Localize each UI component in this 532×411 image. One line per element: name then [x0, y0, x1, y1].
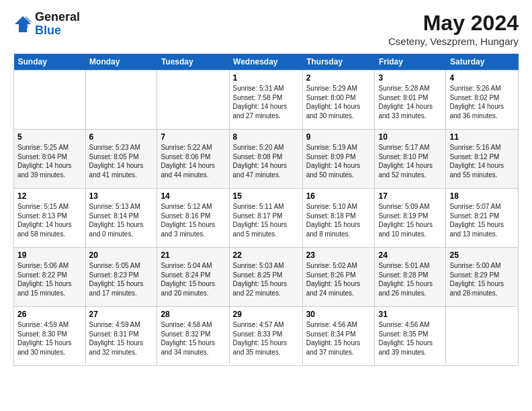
day-number: 6 [89, 132, 154, 142]
day-info: Sunrise: 5:13 AMSunset: 8:14 PMDaylight:… [89, 202, 154, 238]
day-number: 8 [233, 132, 299, 142]
calendar-cell: 23 Sunrise: 5:02 AMSunset: 8:26 PMDaylig… [302, 248, 375, 307]
day-info: Sunrise: 4:56 AMSunset: 8:34 PMDaylight:… [306, 320, 371, 357]
day-number: 28 [161, 310, 225, 319]
calendar-cell [157, 71, 229, 130]
calendar-cell: 14 Sunrise: 5:12 AMSunset: 8:16 PMDaylig… [157, 189, 229, 248]
calendar-cell: 20 Sunrise: 5:05 AMSunset: 8:23 PMDaylig… [85, 248, 157, 307]
day-number: 27 [89, 310, 154, 319]
day-info: Sunrise: 5:04 AMSunset: 8:24 PMDaylight:… [161, 261, 225, 298]
calendar-cell: 29 Sunrise: 4:57 AMSunset: 8:33 PMDaylig… [229, 307, 302, 366]
logo-text: General Blue [35, 11, 80, 38]
day-info: Sunrise: 4:58 AMSunset: 8:32 PMDaylight:… [161, 320, 225, 357]
calendar-cell: 28 Sunrise: 4:58 AMSunset: 8:32 PMDaylig… [157, 307, 229, 366]
weekday-header-friday: Friday [375, 54, 446, 71]
day-number: 26 [17, 310, 82, 319]
day-info: Sunrise: 5:16 AMSunset: 8:12 PMDaylight:… [449, 143, 515, 179]
calendar-cell: 31 Sunrise: 4:56 AMSunset: 8:35 PMDaylig… [375, 307, 446, 366]
logo: General Blue [13, 11, 80, 38]
day-info: Sunrise: 5:17 AMSunset: 8:10 PMDaylight:… [378, 143, 442, 179]
calendar-cell: 22 Sunrise: 5:03 AMSunset: 8:25 PMDaylig… [229, 248, 302, 307]
weekday-header-tuesday: Tuesday [157, 54, 229, 71]
day-info: Sunrise: 5:06 AMSunset: 8:22 PMDaylight:… [17, 261, 82, 298]
day-info: Sunrise: 5:09 AMSunset: 8:19 PMDaylight:… [378, 202, 442, 238]
calendar-cell: 5 Sunrise: 5:25 AMSunset: 8:04 PMDayligh… [14, 130, 86, 189]
day-info: Sunrise: 4:59 AMSunset: 8:30 PMDaylight:… [17, 320, 82, 357]
calendar-week-row: 5 Sunrise: 5:25 AMSunset: 8:04 PMDayligh… [14, 130, 519, 189]
day-info: Sunrise: 5:03 AMSunset: 8:25 PMDaylight:… [233, 261, 299, 298]
day-info: Sunrise: 5:29 AMSunset: 8:00 PMDaylight:… [306, 84, 371, 120]
calendar-cell [85, 71, 157, 130]
day-number: 14 [161, 191, 225, 201]
day-number: 12 [17, 191, 82, 201]
day-number: 22 [233, 250, 299, 260]
day-info: Sunrise: 4:56 AMSunset: 8:35 PMDaylight:… [378, 320, 442, 357]
day-number: 30 [306, 310, 371, 319]
day-number: 4 [449, 73, 515, 83]
day-info: Sunrise: 4:57 AMSunset: 8:33 PMDaylight:… [233, 320, 299, 357]
day-number: 13 [89, 191, 154, 201]
calendar-cell: 4 Sunrise: 5:26 AMSunset: 8:02 PMDayligh… [446, 71, 519, 130]
calendar-cell: 9 Sunrise: 5:19 AMSunset: 8:09 PMDayligh… [302, 130, 375, 189]
calendar-week-row: 26 Sunrise: 4:59 AMSunset: 8:30 PMDaylig… [14, 307, 519, 366]
day-info: Sunrise: 5:31 AMSunset: 7:58 PMDaylight:… [233, 84, 299, 120]
calendar-cell: 27 Sunrise: 4:59 AMSunset: 8:31 PMDaylig… [85, 307, 157, 366]
calendar-cell: 24 Sunrise: 5:01 AMSunset: 8:28 PMDaylig… [375, 248, 446, 307]
weekday-header-row: SundayMondayTuesdayWednesdayThursdayFrid… [14, 54, 519, 71]
day-number: 3 [378, 73, 442, 83]
day-info: Sunrise: 5:05 AMSunset: 8:23 PMDaylight:… [89, 261, 154, 298]
month-year-title: May 2024 [388, 11, 519, 36]
calendar-cell: 16 Sunrise: 5:10 AMSunset: 8:18 PMDaylig… [302, 189, 375, 248]
weekday-header-wednesday: Wednesday [229, 54, 302, 71]
day-info: Sunrise: 5:26 AMSunset: 8:02 PMDaylight:… [449, 84, 515, 120]
calendar-cell: 12 Sunrise: 5:15 AMSunset: 8:13 PMDaylig… [14, 189, 86, 248]
calendar-cell: 30 Sunrise: 4:56 AMSunset: 8:34 PMDaylig… [302, 307, 375, 366]
day-info: Sunrise: 5:01 AMSunset: 8:28 PMDaylight:… [378, 261, 442, 298]
day-info: Sunrise: 5:15 AMSunset: 8:13 PMDaylight:… [17, 202, 82, 238]
day-info: Sunrise: 5:22 AMSunset: 8:06 PMDaylight:… [161, 143, 225, 179]
calendar-cell: 17 Sunrise: 5:09 AMSunset: 8:19 PMDaylig… [375, 189, 446, 248]
day-number: 9 [306, 132, 371, 142]
day-number: 19 [17, 250, 82, 260]
calendar-cell: 26 Sunrise: 4:59 AMSunset: 8:30 PMDaylig… [14, 307, 86, 366]
calendar-week-row: 19 Sunrise: 5:06 AMSunset: 8:22 PMDaylig… [14, 248, 519, 307]
day-number: 24 [378, 250, 442, 260]
day-info: Sunrise: 5:10 AMSunset: 8:18 PMDaylight:… [306, 202, 371, 238]
calendar-cell: 15 Sunrise: 5:11 AMSunset: 8:17 PMDaylig… [229, 189, 302, 248]
calendar-cell: 3 Sunrise: 5:28 AMSunset: 8:01 PMDayligh… [375, 71, 446, 130]
day-info: Sunrise: 5:28 AMSunset: 8:01 PMDaylight:… [378, 84, 442, 120]
day-number: 16 [306, 191, 371, 201]
day-info: Sunrise: 5:25 AMSunset: 8:04 PMDaylight:… [17, 143, 82, 179]
calendar-table: SundayMondayTuesdayWednesdayThursdayFrid… [13, 54, 519, 366]
calendar-cell: 25 Sunrise: 5:00 AMSunset: 8:29 PMDaylig… [446, 248, 519, 307]
day-number: 20 [89, 250, 154, 260]
day-number: 1 [233, 73, 299, 83]
logo-icon [13, 15, 32, 34]
calendar-cell: 13 Sunrise: 5:13 AMSunset: 8:14 PMDaylig… [85, 189, 157, 248]
weekday-header-monday: Monday [85, 54, 157, 71]
calendar-cell: 2 Sunrise: 5:29 AMSunset: 8:00 PMDayligh… [302, 71, 375, 130]
day-info: Sunrise: 5:07 AMSunset: 8:21 PMDaylight:… [449, 202, 515, 238]
day-info: Sunrise: 5:00 AMSunset: 8:29 PMDaylight:… [449, 261, 515, 298]
calendar-cell: 21 Sunrise: 5:04 AMSunset: 8:24 PMDaylig… [157, 248, 229, 307]
day-info: Sunrise: 5:11 AMSunset: 8:17 PMDaylight:… [233, 202, 299, 238]
day-number: 2 [306, 73, 371, 83]
calendar-cell: 6 Sunrise: 5:23 AMSunset: 8:05 PMDayligh… [85, 130, 157, 189]
day-number: 15 [233, 191, 299, 201]
day-number: 10 [378, 132, 442, 142]
day-number: 31 [378, 310, 442, 319]
day-number: 17 [378, 191, 442, 201]
calendar-cell: 7 Sunrise: 5:22 AMSunset: 8:06 PMDayligh… [157, 130, 229, 189]
calendar-week-row: 12 Sunrise: 5:15 AMSunset: 8:13 PMDaylig… [14, 189, 519, 248]
day-info: Sunrise: 5:12 AMSunset: 8:16 PMDaylight:… [161, 202, 225, 238]
calendar-cell [446, 307, 519, 366]
day-number: 5 [17, 132, 82, 142]
calendar-cell: 19 Sunrise: 5:06 AMSunset: 8:22 PMDaylig… [14, 248, 86, 307]
calendar-week-row: 1 Sunrise: 5:31 AMSunset: 7:58 PMDayligh… [14, 71, 519, 130]
day-number: 29 [233, 310, 299, 319]
day-number: 21 [161, 250, 225, 260]
day-info: Sunrise: 4:59 AMSunset: 8:31 PMDaylight:… [89, 320, 154, 357]
page-header: General Blue May 2024 Cseteny, Veszprem,… [13, 11, 519, 47]
calendar-cell: 18 Sunrise: 5:07 AMSunset: 8:21 PMDaylig… [446, 189, 519, 248]
day-number: 11 [449, 132, 515, 142]
